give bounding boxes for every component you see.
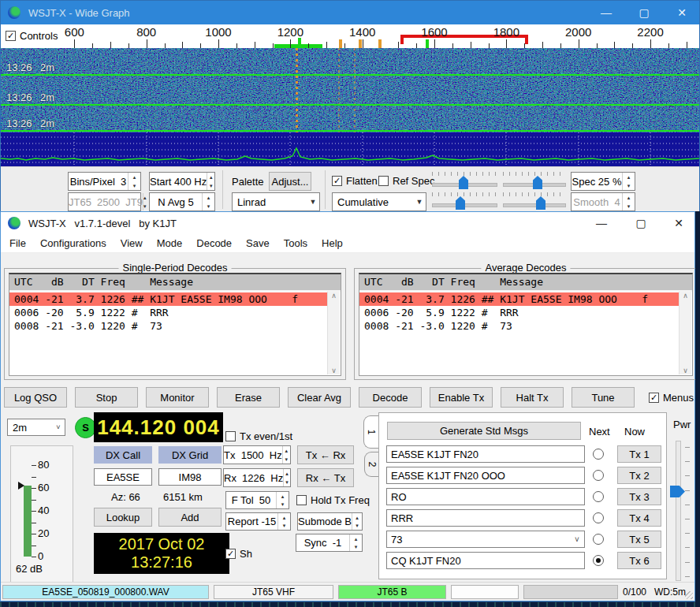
spinner-arrows[interactable]: ▴▾ <box>282 446 290 464</box>
generate-std-msgs-button[interactable]: Generate Std Msgs <box>387 422 581 440</box>
menu-mode[interactable]: Mode <box>150 237 190 249</box>
slider-handle[interactable] <box>533 176 542 189</box>
scroll-up-icon[interactable]: ∧ <box>331 292 337 300</box>
decode-row[interactable]: 0004 -21 3.7 1226 ## K1JT EA5SE IM98 OOO… <box>359 292 680 306</box>
slider-handle[interactable] <box>456 196 465 210</box>
main-titlebar[interactable]: WSJT-X v1.7.1-devel by K1JT — ▢ ✕ <box>1 212 694 234</box>
minimize-icon[interactable]: — <box>590 1 622 24</box>
monitor-button[interactable]: Monitor <box>146 387 209 408</box>
spinner-arrows[interactable]: ▴▾ <box>349 534 362 551</box>
log-qso-button[interactable]: Log QSO <box>4 387 67 408</box>
pwr-slider-track[interactable] <box>676 441 681 581</box>
gain-slider-3[interactable] <box>432 192 497 211</box>
menu-file[interactable]: File <box>2 237 33 249</box>
halt-tx-button[interactable]: Halt Tx <box>501 387 564 408</box>
f-tol-spinner[interactable]: F Tol 50 ▴▾ <box>225 491 289 509</box>
menu-configurations[interactable]: Configurations <box>33 237 114 249</box>
bins-pixel-spinner[interactable]: Bins/Pixel 3 ▴▾ <box>68 172 141 191</box>
scroll-down-icon[interactable]: ∨ <box>331 367 337 374</box>
flatten-checkbox[interactable]: ✓ Flatten <box>332 175 378 187</box>
tx5-next-radio[interactable] <box>593 534 604 545</box>
add-button[interactable]: Add <box>158 508 222 527</box>
maximize-icon[interactable]: ▢ <box>625 211 657 235</box>
close-icon[interactable]: ✕ <box>666 1 698 24</box>
tx6-next-radio[interactable] <box>593 555 604 566</box>
dx-grid-field[interactable]: IM98 <box>158 468 222 486</box>
slider-handle[interactable] <box>459 176 468 189</box>
menus-checkbox[interactable]: ✓ Menus <box>649 392 694 404</box>
tx1-next-radio[interactable] <box>593 449 604 460</box>
spinner-arrows[interactable]: ▴▾ <box>128 173 140 190</box>
resize-grip[interactable] <box>685 591 693 599</box>
controls-checkbox[interactable]: ✓ Controls <box>6 30 58 42</box>
band-selector[interactable]: 2m ˅ <box>7 419 65 436</box>
decode-row[interactable]: 0004 -21 3.7 1226 ## K1JT EA5SE IM98 OOO… <box>9 292 328 306</box>
sync-spinner[interactable]: Sync -1 ▴▾ <box>296 534 363 552</box>
tx-even-checkbox-box[interactable] <box>225 431 236 441</box>
report-spinner[interactable]: Report -15 ▴▾ <box>225 512 291 531</box>
spinner-arrows[interactable]: ▴▾ <box>202 193 214 210</box>
frequency-display[interactable]: 144.120 004 <box>94 412 223 442</box>
tx4-next-radio[interactable] <box>593 512 604 523</box>
minimize-icon[interactable]: — <box>586 211 617 235</box>
rx-freq-spinner[interactable]: Rx 1226 Hz ▴▾ <box>223 468 291 487</box>
tx-freq-spinner[interactable]: Tx 1500 Hz ▴▾ <box>223 445 291 464</box>
spinner-arrows[interactable]: ▴▾ <box>207 173 214 190</box>
tx1-message-field[interactable]: EA5SE K1JT FN20 <box>386 445 585 463</box>
tx3-message-field[interactable]: RO <box>386 488 585 505</box>
tx4-message-field[interactable]: RRR <box>386 509 585 527</box>
tx3-next-radio[interactable] <box>593 491 604 502</box>
lookup-button[interactable]: Lookup <box>94 508 152 527</box>
sh-checkbox-box[interactable]: ✓ <box>225 549 236 559</box>
controls-checkbox-box[interactable]: ✓ <box>6 31 16 41</box>
menu-tools[interactable]: Tools <box>277 237 315 249</box>
tab-2[interactable]: 2 <box>364 452 379 477</box>
menus-checkbox-box[interactable]: ✓ <box>649 393 659 403</box>
adjust-button[interactable]: Adjust... <box>269 172 311 191</box>
display-mode-dropdown[interactable]: Cumulative ▼ <box>332 192 426 211</box>
tx3-now-button[interactable]: Tx 3 <box>617 488 661 505</box>
tx4-now-button[interactable]: Tx 4 <box>617 509 661 527</box>
tx6-now-button[interactable]: Tx 6 <box>617 552 661 569</box>
spinner-arrows[interactable]: ▴▾ <box>622 173 635 190</box>
clear-avg-button[interactable]: Clear Avg <box>288 387 351 408</box>
tx2-next-radio[interactable] <box>593 470 604 481</box>
menu-save[interactable]: Save <box>239 237 277 249</box>
gain-slider-1[interactable] <box>432 172 497 191</box>
tx1-now-button[interactable]: Tx 1 <box>617 445 661 463</box>
spec-percent-spinner[interactable]: Spec 25 % ▴▾ <box>571 172 635 191</box>
gain-slider-2[interactable] <box>503 172 566 191</box>
single-period-decodes-table[interactable]: UTC dB DT Freq Message 0004 -21 3.7 1226… <box>9 273 341 376</box>
decode-row[interactable]: 0006 -20 5.9 1222 # RRR <box>9 306 328 319</box>
gain-slider-4[interactable] <box>503 192 566 211</box>
frequency-scale[interactable]: ✓ Controls 60080010001200140016001800200… <box>1 24 699 48</box>
tx-from-rx-button[interactable]: Tx ← Rx <box>297 445 354 464</box>
start-hz-spinner[interactable]: Start 400 Hz ▴▾ <box>149 172 215 191</box>
status-s-button[interactable]: S <box>75 417 96 438</box>
hold-tx-freq-checkbox-box[interactable] <box>296 495 307 505</box>
rx-from-tx-button[interactable]: Rx ← Tx <box>297 468 354 487</box>
decode-row[interactable]: 0008 -21 -3.0 1220 # 73 <box>359 319 680 333</box>
decode-row[interactable]: 0008 -21 -3.0 1220 # 73 <box>9 319 328 333</box>
close-icon[interactable]: ✕ <box>663 211 694 235</box>
ref-spec-checkbox-box[interactable] <box>378 176 389 186</box>
sh-checkbox[interactable]: ✓ Sh <box>225 548 252 560</box>
tab-1[interactable]: 1 <box>363 415 379 449</box>
tx2-message-field[interactable]: EA5SE K1JT FN20 OOO <box>386 467 585 484</box>
spinner-arrows[interactable]: ▴▾ <box>352 513 362 530</box>
wide-graph-titlebar[interactable]: WSJT-X - Wide Graph — ▢ ✕ <box>1 1 699 24</box>
submode-spinner[interactable]: Submode B ▴▾ <box>297 512 363 531</box>
enable-tx-button[interactable]: Enable Tx <box>430 387 493 408</box>
slider-handle[interactable] <box>536 196 545 210</box>
average-decodes-table[interactable]: UTC dB DT Freq Message 0004 -21 3.7 1226… <box>359 273 693 376</box>
menu-view[interactable]: View <box>114 237 150 249</box>
hold-tx-freq-checkbox[interactable]: Hold Tx Freq <box>296 494 370 506</box>
decode-row[interactable]: 0006 -20 5.9 1222 # RRR <box>359 306 680 319</box>
dx-call-button[interactable]: DX Call <box>94 446 152 464</box>
tune-button[interactable]: Tune <box>572 387 635 408</box>
tx5-now-button[interactable]: Tx 5 <box>617 531 661 548</box>
scroll-down-icon[interactable]: ∨ <box>683 367 688 374</box>
spinner-arrows[interactable]: ▴▾ <box>276 492 289 508</box>
tx5-message-combo[interactable]: 73 ˅ <box>386 531 585 548</box>
scrollbar[interactable]: ∧∨ <box>327 292 340 374</box>
